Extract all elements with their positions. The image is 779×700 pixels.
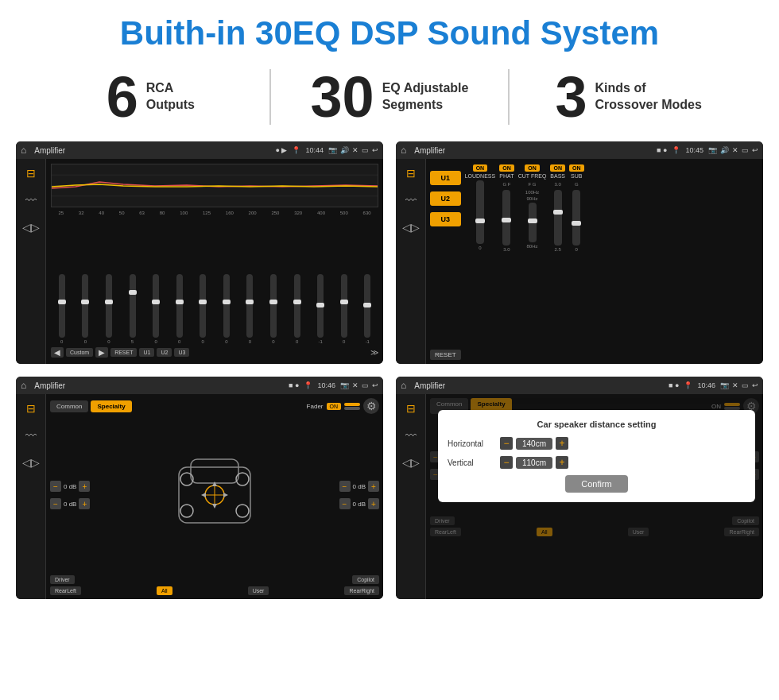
speaker-screen: ⌂ Amplifier ■ ● 📍 10:46 📷 ✕ ▭ ↩ ⊟ 〰 ◁▷ bbox=[16, 377, 383, 599]
eq-slider-thumb-1[interactable] bbox=[58, 300, 66, 304]
vertical-plus[interactable]: + bbox=[556, 456, 568, 469]
cutfreq-slider[interactable] bbox=[529, 203, 537, 242]
eq-thumb[interactable] bbox=[81, 300, 89, 304]
loudness-thumb[interactable] bbox=[475, 219, 485, 223]
speaker-indicator: ■ ● bbox=[289, 381, 299, 389]
horizontal-minus[interactable]: − bbox=[500, 437, 513, 450]
copilot-button[interactable]: Copilot bbox=[352, 575, 379, 584]
eq-thumb[interactable] bbox=[129, 290, 137, 295]
crossover-reset-button[interactable]: RESET bbox=[430, 350, 461, 360]
crossover-back-icon[interactable]: ↩ bbox=[752, 146, 758, 154]
speaker-sidebar-speaker-icon[interactable]: ◁▷ bbox=[22, 456, 40, 469]
user-button[interactable]: User bbox=[248, 586, 269, 595]
speaker-back-icon[interactable]: ↩ bbox=[372, 381, 378, 389]
db-plus-2[interactable]: + bbox=[79, 498, 90, 509]
all-button[interactable]: All bbox=[157, 586, 172, 595]
eq-thumb[interactable] bbox=[199, 300, 207, 304]
sub-thumb[interactable] bbox=[572, 221, 581, 226]
eq-u3-button[interactable]: U3 bbox=[174, 348, 189, 357]
speaker-home-icon[interactable]: ⌂ bbox=[21, 380, 26, 391]
stat-eq-label: EQ AdjustableSegments bbox=[382, 80, 469, 114]
db-plus-4[interactable]: + bbox=[368, 498, 379, 509]
db-plus-3[interactable]: + bbox=[368, 481, 379, 492]
eq-thumb[interactable] bbox=[363, 303, 371, 307]
eq-slider-track-1[interactable] bbox=[59, 274, 65, 338]
crossover-sidebar-wave-icon[interactable]: 〰 bbox=[405, 194, 417, 207]
db-plus-1[interactable]: + bbox=[79, 481, 90, 492]
crossover-sidebar-speaker-icon[interactable]: ◁▷ bbox=[402, 221, 420, 234]
eq-thumb[interactable] bbox=[105, 300, 113, 304]
eq-thumb[interactable] bbox=[293, 300, 301, 304]
location-row: Driver Copilot bbox=[50, 575, 379, 584]
vertical-minus[interactable]: − bbox=[500, 456, 513, 469]
horizontal-plus[interactable]: + bbox=[556, 437, 568, 450]
loudness-slider[interactable] bbox=[476, 180, 484, 244]
loudness-on-badge[interactable]: ON bbox=[473, 164, 488, 172]
speaker-window-icon: ▭ bbox=[362, 381, 369, 389]
distance-screen-body: ⊟ 〰 ◁▷ Common Specialty ON bbox=[396, 394, 763, 599]
u1-button[interactable]: U1 bbox=[430, 171, 461, 185]
eq-thumb[interactable] bbox=[246, 300, 254, 304]
eq-thumb[interactable] bbox=[176, 300, 184, 304]
speaker-time: 10:46 bbox=[317, 381, 335, 389]
crossover-controls-area: ON LOUDNESS 0 ON PHAT G F bbox=[465, 163, 759, 360]
eq-reset-button[interactable]: RESET bbox=[110, 348, 137, 357]
eq-sidebar-eq-icon[interactable]: ⊟ bbox=[26, 167, 36, 180]
crossover-sidebar-eq-icon[interactable]: ⊟ bbox=[406, 167, 416, 180]
distance-sidebar-speaker-icon[interactable]: ◁▷ bbox=[402, 456, 420, 469]
crossover-volume-icon: 🔊 bbox=[720, 146, 729, 154]
home-icon[interactable]: ⌂ bbox=[21, 145, 26, 156]
eq-sidebar-speaker-icon[interactable]: ◁▷ bbox=[22, 221, 40, 234]
crossover-home-icon[interactable]: ⌂ bbox=[401, 145, 406, 156]
distance-back-icon[interactable]: ↩ bbox=[752, 381, 758, 389]
sub-on-badge[interactable]: ON bbox=[569, 164, 584, 172]
eq-slider-1: 0 bbox=[51, 274, 73, 344]
expand-icon[interactable]: ≫ bbox=[370, 348, 378, 357]
db-minus-4[interactable]: − bbox=[339, 498, 351, 509]
db-minus-2[interactable]: − bbox=[50, 498, 61, 509]
speaker-sidebar-wave-icon[interactable]: 〰 bbox=[25, 429, 37, 442]
bass-thumb[interactable] bbox=[553, 210, 563, 215]
rearright-button[interactable]: RearRight bbox=[344, 586, 379, 595]
eq-custom-button[interactable]: Custom bbox=[66, 348, 93, 357]
u2-button[interactable]: U2 bbox=[430, 191, 461, 206]
distance-sidebar-eq-icon[interactable]: ⊟ bbox=[406, 402, 416, 415]
phat-on-badge[interactable]: ON bbox=[499, 164, 514, 172]
bass-slider[interactable] bbox=[554, 190, 562, 246]
fader-on-badge[interactable]: ON bbox=[327, 403, 342, 410]
bass-control: ON BASS 3.0 2.5 bbox=[550, 164, 565, 252]
back-icon[interactable]: ↩ bbox=[372, 146, 378, 154]
distance-sidebar-wave-icon[interactable]: 〰 bbox=[405, 429, 417, 442]
right-db-controls: − 0 dB + − 0 dB + bbox=[339, 481, 379, 509]
phat-slider[interactable] bbox=[502, 190, 510, 246]
u3-button[interactable]: U3 bbox=[430, 212, 461, 226]
rearleft-button[interactable]: RearLeft bbox=[50, 586, 81, 595]
eq-thumb[interactable] bbox=[223, 300, 231, 304]
eq-u2-button[interactable]: U2 bbox=[157, 348, 172, 357]
speaker-sidebar-eq-icon[interactable]: ⊟ bbox=[26, 402, 36, 415]
eq-sidebar-wave-icon[interactable]: 〰 bbox=[25, 194, 37, 207]
eq-prev-button[interactable]: ◀ bbox=[51, 347, 64, 358]
phat-thumb[interactable] bbox=[502, 218, 511, 222]
fader-sliders bbox=[344, 403, 360, 410]
db-control-4: − 0 dB + bbox=[339, 498, 379, 509]
db-minus-1[interactable]: − bbox=[50, 481, 61, 492]
db-minus-3[interactable]: − bbox=[339, 481, 351, 492]
confirm-button[interactable]: Confirm bbox=[565, 475, 628, 493]
settings-icon[interactable]: ⚙ bbox=[363, 398, 379, 414]
eq-thumb[interactable] bbox=[316, 303, 324, 307]
cutfreq-thumb[interactable] bbox=[528, 219, 537, 223]
distance-home-icon[interactable]: ⌂ bbox=[401, 380, 406, 391]
eq-thumb[interactable] bbox=[340, 300, 348, 304]
eq-thumb[interactable] bbox=[152, 300, 160, 304]
bass-on-badge[interactable]: ON bbox=[550, 164, 565, 172]
specialty-tab[interactable]: Specialty bbox=[91, 400, 131, 412]
common-tab[interactable]: Common bbox=[50, 400, 88, 412]
sub-slider[interactable] bbox=[572, 190, 580, 246]
horizontal-value: 140cm bbox=[516, 438, 552, 450]
driver-button[interactable]: Driver bbox=[50, 575, 75, 584]
eq-next-button[interactable]: ▶ bbox=[95, 347, 108, 358]
eq-u1-button[interactable]: U1 bbox=[139, 348, 154, 357]
cutfreq-on-badge[interactable]: ON bbox=[525, 164, 540, 172]
eq-thumb[interactable] bbox=[269, 300, 277, 304]
